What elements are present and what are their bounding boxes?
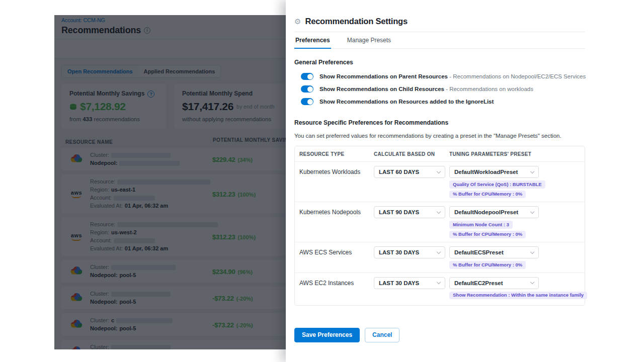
settings-tabs: Preferences Manage Presets — [294, 32, 585, 49]
preset-badge: Quality Of Service (QoS) : BURSTABLE — [449, 180, 545, 189]
preset-badge: % Buffer for CPU/Memory : 0% — [449, 191, 526, 199]
column-calculate-based-on: CALCULATE BASED ON — [374, 151, 449, 157]
tab-manage-presets[interactable]: Manage Presets — [346, 32, 392, 48]
period-select-value: LAST 30 DAYS — [379, 249, 419, 255]
resource-type-label: Kubernetes Workloads — [299, 166, 374, 198]
resource-pref-row: Kubernetes WorkloadsLAST 60 DAYSDefaultW… — [295, 162, 585, 202]
chevron-down-icon — [437, 209, 441, 213]
tuning-preset-cell: DefaultECSPreset% Buffer for CPU/Memory … — [449, 246, 580, 269]
general-preferences-heading: General Preferences — [294, 59, 585, 66]
save-preferences-button[interactable]: Save Preferences — [294, 328, 360, 342]
chevron-down-icon — [530, 169, 534, 173]
column-tuning-parameters-preset: TUNING PARAMETERS' PRESET — [449, 151, 580, 157]
toggles-list: Show Recommendations on Parent Resources… — [294, 72, 585, 106]
prefs-table-body: Kubernetes WorkloadsLAST 60 DAYSDefaultW… — [295, 162, 585, 305]
preset-select-value: DefaultNodepoolPreset — [454, 209, 518, 215]
preference-toggle-row: Show Recommendations on Child Resources … — [294, 85, 585, 93]
resource-type-label: Kubernetes Nodepools — [299, 206, 374, 238]
preset-badge: % Buffer for CPU/Memory : 0% — [449, 261, 526, 269]
period-select[interactable]: LAST 60 DAYS — [374, 166, 445, 178]
tuning-preset-cell: DefaultWorkloadPresetQuality Of Service … — [449, 166, 580, 198]
calculate-based-on-cell: LAST 90 DAYS — [374, 206, 449, 238]
resource-pref-row: Kubernetes NodepoolsLAST 90 DAYSDefaultN… — [295, 202, 585, 242]
period-select-value: LAST 60 DAYS — [379, 169, 419, 175]
preference-toggle-row: Show Recommendations on Resources added … — [294, 98, 585, 106]
resource-pref-row: AWS ECS ServicesLAST 30 DAYSDefaultECSPr… — [295, 242, 585, 273]
chevron-down-icon — [530, 249, 534, 253]
settings-title: Recommendation Settings — [305, 17, 408, 26]
toggle-text: Show Recommendations on Resources added … — [319, 98, 494, 105]
tab-preferences[interactable]: Preferences — [294, 32, 331, 49]
toggle-label: Show Recommendations on Resources added … — [319, 99, 494, 105]
preset-badge: Show Recommendation : Within the same in… — [449, 292, 587, 300]
toggle-text: Show Recommendations on Parent Resources… — [319, 73, 586, 80]
toggle-switch-on[interactable] — [301, 73, 313, 80]
preset-select[interactable]: DefaultECSPreset — [449, 246, 539, 258]
toggle-label: Show Recommendations on Child Resources — [319, 86, 444, 92]
column-resource-type: RESOURCE TYPE — [299, 151, 374, 157]
period-select[interactable]: LAST 30 DAYS — [374, 277, 445, 289]
calculate-based-on-cell: LAST 30 DAYS — [374, 246, 449, 269]
recommendations-page: Account: CCM-NG Recommendations i Open R… — [54, 15, 286, 349]
preset-select[interactable]: DefaultWorkloadPreset — [449, 166, 539, 178]
toggle-description: - Recommendations on Nodepool/EC2/ECS Se… — [448, 73, 586, 79]
preset-badges: Quality Of Service (QoS) : BURSTABLE% Bu… — [449, 180, 580, 198]
resource-prefs-card: RESOURCE TYPE CALCULATE BASED ON TUNING … — [294, 146, 585, 306]
toggle-knob — [307, 74, 313, 79]
calculate-based-on-cell: LAST 30 DAYS — [374, 277, 449, 300]
calculate-based-on-cell: LAST 60 DAYS — [374, 166, 449, 198]
resource-type-label: AWS ECS Services — [299, 246, 374, 269]
period-select-value: LAST 30 DAYS — [379, 280, 419, 286]
toggle-description: - Recommendations on workloads — [444, 86, 533, 92]
period-select[interactable]: LAST 90 DAYS — [374, 206, 445, 218]
chevron-down-icon — [437, 249, 441, 253]
preference-toggle-row: Show Recommendations on Parent Resources… — [294, 72, 585, 80]
resource-type-label: AWS EC2 Instances — [299, 277, 374, 300]
gear-icon: ⚙ — [294, 18, 301, 26]
chevron-down-icon — [437, 169, 441, 173]
preset-badge: % Buffer for CPU/Memory : 0% — [449, 231, 526, 239]
toggle-text: Show Recommendations on Child Resources … — [319, 85, 533, 93]
preset-select[interactable]: DefaultNodepoolPreset — [449, 206, 539, 218]
tuning-preset-cell: DefaultEC2PresetShow Recommendation : Wi… — [449, 277, 587, 300]
app-stage: Account: CCM-NG Recommendations i Open R… — [0, 0, 644, 362]
drawer-scrim[interactable] — [54, 15, 286, 349]
toggle-switch-on[interactable] — [301, 85, 313, 93]
preset-select-value: DefaultEC2Preset — [454, 280, 503, 286]
period-select[interactable]: LAST 30 DAYS — [374, 246, 445, 258]
prefs-table-header: RESOURCE TYPE CALCULATE BASED ON TUNING … — [295, 146, 585, 162]
preset-select-value: DefaultECSPreset — [454, 249, 504, 255]
preset-badges: Show Recommendation : Within the same in… — [449, 292, 587, 300]
tuning-preset-cell: DefaultNodepoolPresetMinimum Node Count … — [449, 206, 580, 238]
preset-badge: Minimum Node Count : 3 — [449, 221, 513, 229]
toggle-knob — [307, 86, 313, 92]
preset-badges: Minimum Node Count : 3% Buffer for CPU/M… — [449, 221, 580, 238]
resource-pref-row: AWS EC2 InstancesLAST 30 DAYSDefaultEC2P… — [295, 273, 585, 306]
recommendation-settings-drawer: ⚙ Recommendation Settings Preferences Ma… — [286, 0, 644, 362]
drawer-actions: Save Preferences Cancel — [294, 328, 399, 342]
toggle-switch-on[interactable] — [301, 98, 313, 105]
chevron-down-icon — [437, 280, 441, 284]
cancel-button[interactable]: Cancel — [365, 328, 399, 342]
toggle-knob — [307, 99, 313, 105]
chevron-down-icon — [530, 280, 534, 284]
chevron-down-icon — [530, 209, 534, 213]
period-select-value: LAST 90 DAYS — [379, 209, 419, 215]
preset-select[interactable]: DefaultEC2Preset — [449, 277, 539, 289]
resource-prefs-description: You can set preferred values for recomme… — [294, 132, 585, 139]
toggle-label: Show Recommendations on Parent Resources — [319, 73, 448, 79]
resource-prefs-heading: Resource Specific Preferences for Recomm… — [294, 119, 585, 127]
preset-select-value: DefaultWorkloadPreset — [454, 169, 518, 175]
preset-badges: % Buffer for CPU/Memory : 0% — [449, 261, 580, 269]
